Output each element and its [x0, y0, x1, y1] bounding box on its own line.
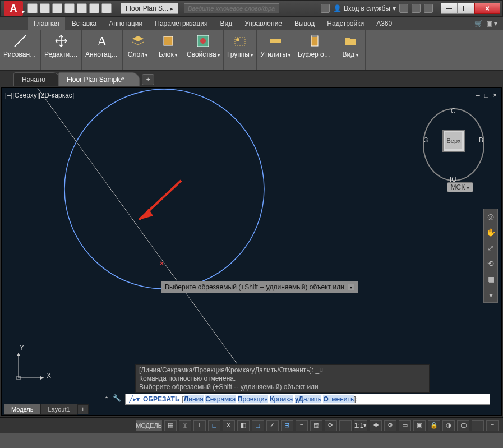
svg-rect-1	[164, 36, 173, 45]
vp-minimize-icon[interactable]: –	[476, 91, 480, 99]
compass-north[interactable]: С	[451, 107, 456, 115]
command-prompt-icon: ╱▸▾	[129, 395, 140, 403]
pan-icon[interactable]: ✋	[486, 227, 496, 237]
doctab-floorplan[interactable]: Floor Plan Sample*	[58, 72, 140, 86]
status-bar: МОДЕЛЬ ▦ �⃞ ⊥ ∟ ✕ ◧ □ ∠ ⊞ ≡ ▨ ⟳ ⛶ 1:1 ▾ …	[0, 417, 503, 433]
tab-view[interactable]: Вид	[215, 17, 238, 30]
ribbon-collapse-icon[interactable]: ▣ ▾	[486, 20, 497, 27]
qat-new-icon[interactable]	[27, 3, 38, 13]
document-title: Floor Plan S... ▸	[121, 3, 178, 14]
status-isodraft-icon[interactable]: ◧	[237, 420, 250, 431]
status-annoscale-icon[interactable]: ⛶	[339, 420, 352, 431]
showmotion-icon[interactable]: ▦	[486, 274, 496, 284]
status-infer-icon[interactable]: ⊥	[193, 420, 206, 431]
viewport-label[interactable]: [–][Сверху][2D-каркас]	[5, 91, 74, 99]
tab-annotate[interactable]: Аннотации	[103, 17, 148, 30]
zoom-extents-icon[interactable]: ⤢	[486, 243, 496, 253]
block-icon	[160, 33, 177, 49]
steering-wheel-icon[interactable]: ◎	[486, 211, 496, 221]
search-input[interactable]	[184, 3, 279, 13]
clipboard-icon	[306, 33, 323, 49]
status-modelspace-button[interactable]: МОДЕЛЬ	[136, 420, 162, 431]
status-workspace-icon[interactable]: ⚙	[384, 420, 396, 431]
tab-manage[interactable]: Управление	[239, 17, 288, 30]
tab-a360[interactable]: A360	[371, 17, 398, 30]
status-customize-icon[interactable]: ≡	[486, 420, 499, 431]
maximize-button[interactable]	[458, 3, 474, 14]
stay-connected-icon[interactable]	[412, 4, 421, 13]
status-3dosnap-icon[interactable]: ∠	[266, 420, 279, 431]
orbit-icon[interactable]: ⟲	[486, 258, 496, 269]
exchange-apps-icon[interactable]	[399, 4, 408, 13]
close-button[interactable]	[474, 3, 500, 14]
tab-parametric[interactable]: Параметризация	[149, 17, 213, 30]
compass-west[interactable]: З	[424, 136, 428, 144]
autodesk-account-icon[interactable]	[321, 4, 330, 13]
status-grid-icon[interactable]: ▦	[164, 420, 177, 431]
vp-close-icon[interactable]: ×	[493, 91, 497, 99]
status-otrack-icon[interactable]: ⊞	[281, 420, 293, 431]
cmdline-customize-icon[interactable]: 🔧	[113, 394, 123, 404]
new-drawing-tab[interactable]: +	[142, 74, 154, 85]
status-lineweight-icon[interactable]: ≡	[296, 420, 308, 431]
status-annomonitor-icon[interactable]: ✚	[370, 420, 382, 431]
tab-insert[interactable]: Вставка	[66, 17, 103, 30]
panel-draw[interactable]: Рисован...	[0, 30, 41, 70]
status-scale-button[interactable]: 1:1 ▾	[354, 420, 367, 431]
status-isolate-icon[interactable]: ◑	[442, 420, 455, 431]
status-cycling-icon[interactable]: ⟳	[325, 420, 337, 431]
svg-rect-6	[270, 39, 281, 43]
layout-tab-layout1[interactable]: Layout1	[40, 404, 77, 415]
status-osnap-icon[interactable]: □	[252, 420, 264, 431]
qat-open-icon[interactable]	[40, 3, 50, 13]
panel-block[interactable]: Блок	[153, 30, 183, 70]
wcs-badge[interactable]: МСК ▾	[447, 182, 473, 192]
featured-apps-icon[interactable]: 🛒	[474, 20, 483, 27]
qat-save-icon[interactable]	[52, 3, 62, 13]
compass-east[interactable]: В	[479, 136, 483, 144]
svg-marker-16	[17, 353, 20, 356]
panel-modify[interactable]: Редакти...	[41, 30, 82, 70]
panel-utilities[interactable]: Утилиты	[257, 30, 294, 70]
svg-rect-7	[311, 36, 318, 46]
status-hardware-icon[interactable]: 🖵	[457, 420, 469, 431]
tooltip-dropdown-icon[interactable]: ▾	[348, 284, 354, 290]
panel-view[interactable]: Вид	[335, 30, 366, 70]
doctab-start[interactable]: Начало	[13, 72, 61, 86]
status-polar-icon[interactable]: ✕	[223, 420, 235, 431]
status-units-icon[interactable]: ▭	[399, 420, 411, 431]
navbar-collapse-icon[interactable]: ▾	[486, 290, 496, 300]
help-icon[interactable]	[424, 4, 433, 13]
tab-home[interactable]: Главная	[28, 17, 65, 30]
svg-marker-12	[139, 209, 153, 220]
status-cleanscreen-icon[interactable]: ⛶	[472, 420, 484, 431]
status-ortho-icon[interactable]: ∟	[208, 420, 220, 431]
viewcube-face[interactable]: Верх	[442, 130, 465, 152]
status-quickprops-icon[interactable]: ▣	[413, 420, 426, 431]
add-layout-tab[interactable]: +	[77, 404, 89, 414]
cmdline-expand-icon[interactable]: ⌃	[103, 395, 110, 403]
layout-tab-model[interactable]: Модель	[4, 404, 40, 415]
vp-maximize-icon[interactable]: □	[484, 91, 488, 99]
drawing-canvas[interactable]: [–][Сверху][2D-каркас] – □ × С Ю З В Вер…	[1, 87, 502, 416]
minimize-button[interactable]	[441, 3, 458, 14]
ucs-icon[interactable]: X Y	[13, 347, 52, 387]
tab-addins[interactable]: Надстройки	[321, 17, 370, 30]
viewcube[interactable]: С Ю З В Верх	[423, 108, 484, 181]
tab-output[interactable]: Вывод	[289, 17, 320, 30]
status-transparency-icon[interactable]: ▨	[310, 420, 322, 431]
panel-clipboard[interactable]: Буфер о...	[294, 30, 335, 70]
sign-in-button[interactable]: 👤 Вход в службы ▾	[333, 4, 396, 12]
status-lockui-icon[interactable]: 🔒	[428, 420, 440, 431]
qat-print-icon[interactable]	[77, 3, 87, 13]
panel-layers[interactable]: Слои	[123, 30, 153, 70]
status-snapmode-icon[interactable]: �⃞	[179, 420, 191, 431]
qat-redo-icon[interactable]	[101, 3, 112, 13]
app-logo[interactable]: A	[4, 1, 23, 16]
panel-groups[interactable]: Группы	[224, 30, 257, 70]
qat-undo-icon[interactable]	[89, 3, 99, 13]
panel-properties[interactable]: Свойства	[183, 30, 224, 70]
qat-saveas-icon[interactable]	[64, 3, 75, 13]
panel-annotation[interactable]: AАннотац...	[82, 30, 123, 70]
command-line-input[interactable]: ╱▸▾ ОБРЕЗАТЬ [Линия Секрамка Проекция Кр…	[125, 394, 490, 405]
